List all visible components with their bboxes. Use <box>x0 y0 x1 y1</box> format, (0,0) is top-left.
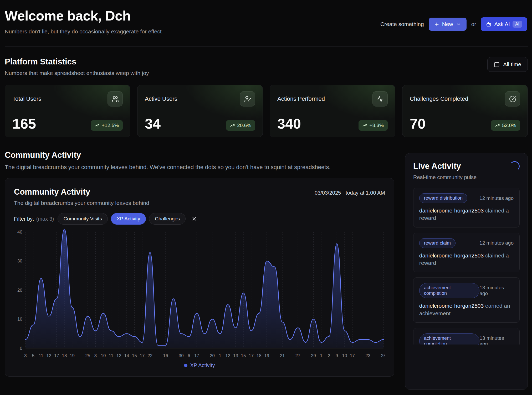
stat-change-badge: 20.6% <box>226 120 255 131</box>
time-filter-button[interactable]: All time <box>487 57 528 72</box>
stat-label: Total Users <box>12 95 41 102</box>
svg-text:12: 12 <box>225 353 230 358</box>
stat-label: Actions Performed <box>277 95 325 102</box>
clear-filters-button[interactable] <box>190 215 198 223</box>
legend-label: XP Activity <box>190 362 215 368</box>
page-title: Welcome back, Dch <box>5 8 162 24</box>
stat-card: Actions Performed 340 +8.3% <box>270 85 395 137</box>
stat-cards: Total Users 165 +12.5% Active Users 34 2… <box>5 85 528 137</box>
svg-text:12: 12 <box>116 353 121 358</box>
stat-change-value: 52.0% <box>502 123 516 128</box>
activity-timestamp: 12 minutes ago <box>479 195 514 201</box>
activity-message: danielcroome-horgan2503 claimed a reward <box>419 207 514 222</box>
community-activity-section: Community Activity The digital breadcrum… <box>5 150 394 390</box>
filter-max-label: (max 3) <box>36 216 54 222</box>
svg-text:25: 25 <box>85 353 90 358</box>
svg-text:2: 2 <box>328 353 330 358</box>
filter-chip-community-visits[interactable]: Community Visits <box>58 213 108 225</box>
activity-username: danielcroome-horgan2503 <box>419 303 484 309</box>
user-check-icon <box>240 91 255 107</box>
svg-text:30: 30 <box>17 259 22 264</box>
activity-list: reward distribution 12 minutes ago danie… <box>413 188 520 345</box>
svg-text:21: 21 <box>280 353 285 358</box>
svg-text:15: 15 <box>132 353 137 358</box>
svg-text:23: 23 <box>365 353 370 358</box>
svg-text:17: 17 <box>350 353 355 358</box>
svg-text:16: 16 <box>163 353 168 358</box>
stat-change-badge: +8.3% <box>359 120 388 131</box>
stats-title: Platform Statistics <box>5 57 149 67</box>
filter-chips: Community VisitsXP ActivityChallenges <box>58 213 186 225</box>
activity-type-badge: achievement completion <box>419 333 479 345</box>
xp-activity-chart: 0102030403511121718192531011121415172216… <box>14 228 385 360</box>
svg-text:12: 12 <box>46 353 51 358</box>
stat-card: Challenges Completed 70 52.0% <box>402 85 528 137</box>
svg-text:25: 25 <box>381 353 385 358</box>
ai-badge: AI <box>513 21 522 28</box>
top-header: Welcome back, Dch Numbers don't lie, but… <box>5 0 528 47</box>
users-icon <box>108 91 123 107</box>
svg-text:3: 3 <box>94 353 97 358</box>
chart-subtitle: The digital breadcrumbs your community l… <box>14 200 149 206</box>
svg-text:5: 5 <box>32 353 34 358</box>
activity-timestamp: 13 minutes ago <box>479 285 514 296</box>
new-button[interactable]: New <box>429 18 467 31</box>
svg-text:40: 40 <box>17 230 22 235</box>
svg-text:20: 20 <box>210 353 215 358</box>
stat-value: 70 <box>410 117 426 131</box>
filter-by-label: Filter by: <box>14 216 34 222</box>
live-activity-sidebar: Live Activity Real-time community pulse … <box>405 153 528 390</box>
filter-chip-xp-activity[interactable]: XP Activity <box>111 213 146 225</box>
stat-value: 340 <box>277 117 301 131</box>
chart-date-label: 03/03/2025 - today at 1:00 AM <box>315 190 385 196</box>
svg-text:18: 18 <box>257 353 262 358</box>
time-filter-label: All time <box>503 61 521 68</box>
live-activity-title: Live Activity <box>413 161 461 171</box>
svg-text:13: 13 <box>233 353 238 358</box>
loading-spinner-icon <box>510 161 520 171</box>
stats-subtitle: Numbers that make spreadsheet enthusiast… <box>5 70 149 76</box>
svg-text:10: 10 <box>17 317 22 322</box>
header-left: Welcome back, Dch Numbers don't lie, but… <box>5 8 162 35</box>
stat-change-value: +12.5% <box>102 123 119 128</box>
svg-text:0: 0 <box>20 346 22 351</box>
check-circle-icon <box>505 91 520 107</box>
legend-dot-icon <box>184 364 187 367</box>
community-activity-chart-card: Community Activity The digital breadcrum… <box>5 178 394 377</box>
svg-text:11: 11 <box>39 353 43 358</box>
stat-label: Challenges Completed <box>410 95 468 102</box>
svg-text:17: 17 <box>249 353 254 358</box>
ask-ai-button[interactable]: Ask AI AI <box>481 17 527 31</box>
live-activity-card: Live Activity Real-time community pulse … <box>405 153 528 390</box>
ask-ai-label: Ask AI <box>494 21 510 27</box>
activity-type-badge: reward claim <box>419 238 456 248</box>
svg-text:19: 19 <box>264 353 269 358</box>
filter-chip-challenges[interactable]: Challenges <box>149 213 186 225</box>
svg-text:1: 1 <box>320 353 322 358</box>
chart-svg: 0102030403511121718192531011121415172216… <box>14 228 385 360</box>
activity-username: danielcroome-horgan2503 <box>419 207 484 214</box>
trend-up-icon <box>495 123 500 128</box>
calendar-icon <box>494 62 500 67</box>
trend-up-icon <box>95 123 99 128</box>
activity-timestamp: 13 minutes ago <box>479 335 514 345</box>
community-subtitle: The digital breadcrumbs your community l… <box>5 164 394 171</box>
svg-text:10: 10 <box>342 353 347 358</box>
stat-value: 165 <box>12 117 36 131</box>
trend-up-icon <box>362 123 367 128</box>
activity-message: danielcroome-horgan2503 claimed a reward <box>419 252 514 267</box>
svg-text:30: 30 <box>179 353 184 358</box>
live-activity-subtitle: Real-time community pulse <box>413 174 520 180</box>
svg-text:11: 11 <box>109 353 114 358</box>
dashboard-page: Welcome back, Dch Numbers don't lie, but… <box>0 0 532 390</box>
or-label: or <box>471 21 476 27</box>
svg-text:9: 9 <box>336 353 338 358</box>
stats-heading: Platform Statistics Numbers that make sp… <box>5 57 149 76</box>
page-subtitle: Numbers don't lie, but they do occasiona… <box>5 28 162 35</box>
trend-up-icon <box>230 123 235 128</box>
svg-text:29: 29 <box>311 353 316 358</box>
svg-text:17: 17 <box>194 353 199 358</box>
svg-text:1: 1 <box>219 353 221 358</box>
chart-legend: XP Activity <box>14 362 385 368</box>
svg-text:3: 3 <box>24 353 27 358</box>
